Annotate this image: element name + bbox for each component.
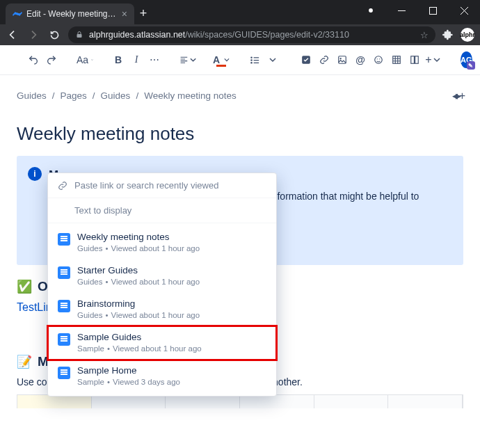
lock-icon bbox=[75, 31, 83, 39]
result-viewed: Viewed about 1 hour ago bbox=[111, 244, 200, 253]
profile-avatar[interactable]: alphr bbox=[461, 28, 474, 42]
svg-point-11 bbox=[377, 58, 378, 59]
svg-rect-14 bbox=[411, 56, 415, 64]
invite-button[interactable]: + bbox=[478, 51, 481, 68]
text-color-button[interactable]: A bbox=[213, 51, 230, 68]
action-item-button[interactable] bbox=[298, 51, 314, 68]
breadcrumb-current: Weekly meeting notes bbox=[144, 90, 237, 101]
svg-rect-3 bbox=[77, 34, 82, 38]
link-result-item[interactable]: Weekly meeting notesGuidesViewed about 1… bbox=[48, 226, 276, 259]
minimize-button[interactable] bbox=[386, 0, 417, 21]
bookmark-star-icon[interactable]: ☆ bbox=[420, 30, 429, 40]
breadcrumb: Guides/ Pages/ Guides/ Weekly meeting no… bbox=[17, 89, 463, 102]
list-more-button[interactable] bbox=[264, 51, 281, 68]
notepad-emoji-icon: 📝 bbox=[17, 354, 32, 369]
link-button[interactable] bbox=[316, 51, 333, 68]
link-result-item[interactable]: Starter GuidesGuidesViewed about 1 hour … bbox=[48, 259, 276, 293]
confluence-favicon bbox=[13, 9, 22, 19]
user-avatar[interactable]: AG ✎ bbox=[461, 51, 472, 68]
more-formatting-button[interactable]: ⋯ bbox=[146, 51, 163, 68]
new-tab-button[interactable]: + bbox=[134, 4, 152, 22]
result-title: Sample Guides bbox=[77, 332, 202, 343]
window-controls bbox=[355, 0, 480, 21]
back-button[interactable] bbox=[6, 28, 19, 42]
emoji-button[interactable] bbox=[370, 51, 387, 68]
result-space: Sample bbox=[77, 378, 104, 386]
result-viewed: Viewed about 1 hour ago bbox=[111, 311, 200, 319]
undo-button[interactable] bbox=[25, 51, 42, 68]
link-popover: Weekly meeting notesGuidesViewed about 1… bbox=[47, 173, 277, 397]
text-style-select[interactable]: Aa bbox=[77, 51, 93, 68]
result-title: Sample Home bbox=[77, 365, 180, 376]
url-domain: alphrguides.atlassian.net bbox=[89, 30, 185, 40]
confluence-editor: Aa B I ⋯ A @ + AG bbox=[0, 45, 480, 448]
result-viewed: Viewed about 1 hour ago bbox=[113, 344, 202, 353]
link-text-field[interactable] bbox=[48, 198, 276, 223]
close-window-button[interactable] bbox=[449, 0, 480, 21]
browser-titlebar: Edit - Weekly meeting notes - Gu × + bbox=[0, 0, 480, 24]
tab-title: Edit - Weekly meeting notes - Gu bbox=[26, 9, 118, 19]
image-button[interactable] bbox=[334, 51, 351, 68]
maximize-button[interactable] bbox=[417, 0, 449, 21]
link-result-item[interactable]: Sample HomeSampleViewed 3 days ago bbox=[48, 360, 276, 393]
bold-button[interactable]: B bbox=[110, 51, 127, 68]
result-space: Sample bbox=[77, 344, 104, 353]
page-icon bbox=[58, 266, 70, 279]
result-title: Brainstorming bbox=[77, 298, 200, 310]
svg-point-10 bbox=[375, 56, 383, 64]
page-icon bbox=[58, 367, 70, 379]
bullet-list-button[interactable] bbox=[246, 51, 263, 68]
breadcrumb-item[interactable]: Pages bbox=[61, 90, 87, 101]
svg-point-9 bbox=[340, 58, 342, 59]
checkmark-emoji-icon: ✅ bbox=[17, 279, 32, 294]
italic-button[interactable]: I bbox=[128, 51, 145, 68]
browser-address-bar: alphrguides.atlassian.net/wiki/spaces/GU… bbox=[0, 24, 480, 45]
svg-rect-1 bbox=[398, 10, 406, 11]
link-icon bbox=[58, 181, 67, 191]
svg-point-4 bbox=[250, 56, 253, 58]
link-url-input[interactable] bbox=[74, 180, 266, 191]
page-icon bbox=[58, 300, 70, 312]
editor-content[interactable]: Guides/ Pages/ Guides/ Weekly meeting no… bbox=[0, 75, 480, 448]
breadcrumb-item[interactable]: Guides bbox=[17, 90, 47, 101]
editor-toolbar: Aa B I ⋯ A @ + AG bbox=[0, 45, 480, 75]
reload-button[interactable] bbox=[47, 28, 61, 42]
tab-close-icon[interactable]: × bbox=[122, 8, 127, 19]
result-space: Guides bbox=[77, 244, 102, 253]
url-field[interactable]: alphrguides.atlassian.net/wiki/spaces/GU… bbox=[68, 26, 435, 43]
browser-tab[interactable]: Edit - Weekly meeting notes - Gu × bbox=[6, 3, 134, 24]
link-result-item[interactable]: Sample GuidesSampleViewed about 1 hour a… bbox=[48, 326, 276, 360]
page-title[interactable]: Weekly meeting notes bbox=[17, 123, 463, 145]
mention-button[interactable]: @ bbox=[352, 51, 369, 68]
table-button[interactable] bbox=[388, 51, 405, 68]
svg-point-5 bbox=[250, 59, 253, 61]
result-space: Guides bbox=[77, 311, 102, 319]
align-button[interactable] bbox=[179, 51, 196, 68]
result-space: Guides bbox=[77, 278, 102, 286]
link-results: Weekly meeting notesGuidesViewed about 1… bbox=[48, 223, 276, 396]
text-style-label: Aa bbox=[77, 54, 88, 65]
insert-more-button[interactable]: + bbox=[424, 51, 441, 68]
breadcrumb-item[interactable]: Guides bbox=[101, 90, 131, 101]
account-dot-icon[interactable] bbox=[355, 0, 386, 21]
result-viewed: Viewed about 1 hour ago bbox=[111, 278, 200, 286]
info-icon: i bbox=[28, 167, 42, 181]
page-icon bbox=[58, 333, 70, 346]
svg-point-6 bbox=[250, 62, 253, 64]
extensions-icon[interactable] bbox=[442, 29, 454, 40]
result-title: Starter Guides bbox=[77, 265, 200, 276]
url-path: /wiki/spaces/GUIDES/pages/edit-v2/33110 bbox=[185, 30, 349, 40]
layout-button[interactable] bbox=[406, 51, 423, 68]
svg-point-0 bbox=[369, 8, 373, 13]
result-title: Weekly meeting notes bbox=[77, 232, 200, 243]
link-text-input[interactable] bbox=[74, 205, 266, 216]
restrictions-icon[interactable]: ◂▸+ bbox=[452, 89, 463, 102]
svg-rect-15 bbox=[415, 56, 419, 64]
link-url-field[interactable] bbox=[48, 173, 276, 198]
forward-button[interactable] bbox=[26, 28, 40, 42]
link-result-item[interactable]: BrainstormingGuidesViewed about 1 hour a… bbox=[48, 293, 276, 326]
page-icon bbox=[58, 233, 70, 246]
svg-rect-13 bbox=[393, 56, 401, 64]
result-viewed: Viewed 3 days ago bbox=[113, 378, 180, 386]
redo-button[interactable] bbox=[43, 51, 60, 68]
